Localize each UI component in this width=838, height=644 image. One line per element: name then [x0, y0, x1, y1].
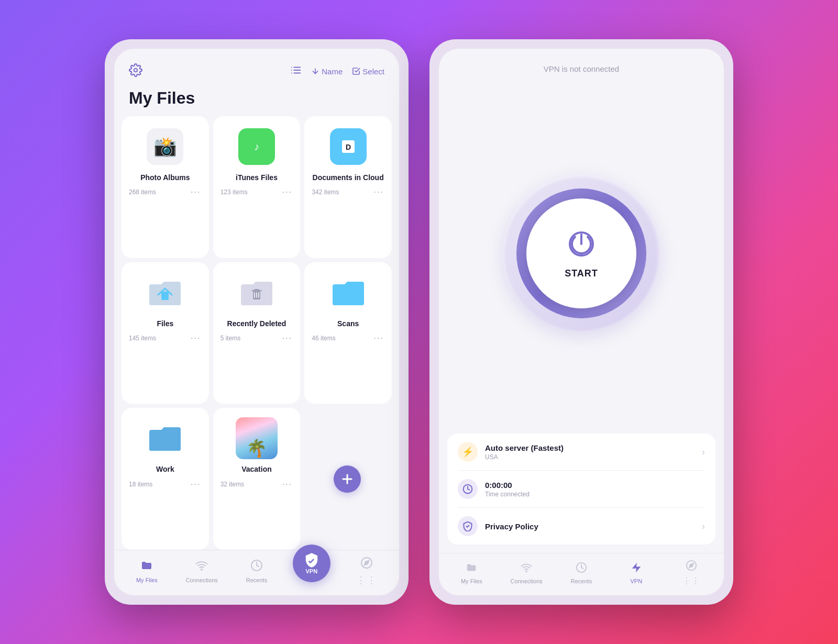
work-more[interactable]: ··· — [190, 479, 202, 490]
vpn-circle-wrap: START — [439, 84, 724, 434]
vpn-outer-ring: START — [503, 175, 660, 332]
file-card-itunes[interactable]: ♪ iTunes Files 123 items ··· — [213, 116, 301, 258]
recently-deleted-count: 5 items — [220, 335, 241, 342]
right-phone: VPN is not connected STA — [429, 39, 733, 605]
vpn-more-dots[interactable]: ⋮⋮ — [682, 576, 700, 586]
vpn-start-button[interactable]: START — [526, 198, 636, 308]
docs-cloud-icon-wrap: D — [327, 126, 369, 168]
vpn-info-privacy[interactable]: Privacy Policy › — [458, 508, 705, 545]
nav-item-connections[interactable]: Connections — [174, 559, 229, 583]
svg-rect-14 — [161, 292, 169, 300]
svg-rect-23 — [149, 433, 181, 451]
files-count: 145 items — [129, 335, 156, 342]
scans-count: 46 items — [312, 335, 335, 342]
folder-trash-icon — [238, 277, 275, 308]
vacation-more[interactable]: ··· — [281, 479, 293, 490]
nav-item-my-files[interactable]: My Files — [119, 559, 174, 583]
time-icon — [458, 479, 478, 499]
auto-server-sub: USA — [485, 453, 702, 461]
file-card-recently-deleted[interactable]: Recently Deleted 5 items ··· — [213, 262, 301, 404]
work-count: 18 items — [129, 481, 152, 488]
svg-point-33 — [526, 571, 527, 572]
add-button[interactable] — [334, 465, 361, 493]
page-title: My Files — [114, 84, 399, 116]
privacy-title: Privacy Policy — [485, 522, 702, 531]
scans-more[interactable]: ··· — [373, 332, 384, 344]
vpn-nav-label-myfiles: My Files — [461, 578, 482, 584]
vpn-nav-label-recents: Recents — [571, 578, 592, 584]
photo-albums-more[interactable]: ··· — [190, 186, 202, 198]
docs-cloud-count: 342 items — [312, 188, 339, 196]
vpn-nav-connections[interactable]: Connections — [499, 562, 554, 584]
wifi-nav-icon — [195, 559, 208, 575]
files-more[interactable]: ··· — [190, 332, 202, 344]
folder-nav-icon — [140, 559, 153, 575]
right-phone-inner: VPN is not connected STA — [439, 49, 724, 595]
left-bottom-nav: My Files Connections — [114, 550, 399, 595]
recently-deleted-more[interactable]: ··· — [281, 332, 293, 344]
nav-item-more[interactable]: ⋮⋮ — [339, 557, 394, 586]
vpn-info-list: ⚡ Auto server (Fastest) USA › — [447, 434, 715, 545]
scans-icon-wrap — [327, 272, 369, 314]
vpn-nav-my-files[interactable]: My Files — [444, 562, 499, 584]
vpn-start-label: START — [565, 268, 598, 279]
file-card-scans[interactable]: Scans 46 items ··· — [304, 262, 392, 404]
nav-label-my-files: My Files — [136, 577, 158, 583]
photo-albums-icon: 📸 — [144, 126, 186, 168]
file-card-vacation[interactable]: 🌴 Vacation 32 items ··· — [213, 408, 301, 550]
vpn-fab-container: VPN — [284, 560, 339, 582]
vpn-compass-icon — [686, 560, 697, 574]
vpn-wifi-icon — [521, 562, 532, 576]
files-name: Files — [157, 319, 173, 328]
recently-deleted-name: Recently Deleted — [227, 319, 286, 328]
photo-icon: 📸 — [147, 128, 183, 165]
svg-text:♪: ♪ — [254, 141, 259, 152]
scans-meta: 46 items ··· — [312, 332, 384, 344]
more-dots[interactable]: ⋮⋮ — [356, 574, 377, 586]
itunes-icon: ♪ — [238, 128, 275, 165]
vpn-clock-icon — [576, 562, 587, 576]
folder-work-icon — [147, 423, 183, 454]
file-card-work[interactable]: Work 18 items ··· — [122, 408, 209, 550]
vpn-info-time[interactable]: 0:00:00 Time connected — [458, 471, 705, 508]
scans-name: Scans — [337, 319, 359, 328]
sort-name-button[interactable]: Name — [311, 67, 343, 76]
vpn-info-auto-server[interactable]: ⚡ Auto server (Fastest) USA › — [458, 434, 705, 471]
svg-marker-37 — [689, 563, 693, 568]
vacation-name: Vacation — [241, 464, 272, 474]
sort-label: Name — [322, 67, 343, 76]
select-button[interactable]: Select — [352, 67, 384, 76]
gear-icon[interactable] — [129, 63, 142, 79]
photo-albums-meta: 268 items ··· — [129, 186, 202, 198]
file-card-docs-cloud[interactable]: D Documents in Cloud 342 items ··· — [304, 116, 392, 258]
privacy-chevron: › — [702, 521, 705, 532]
vpn-nav-compass[interactable]: ⋮⋮ — [664, 560, 719, 586]
vpn-nav-recents[interactable]: Recents — [554, 562, 609, 584]
itunes-icon-wrap: ♪ — [236, 126, 278, 168]
svg-point-26 — [201, 569, 202, 570]
list-icon[interactable] — [290, 64, 302, 78]
files-screen: Name Select My Files 📸 — [114, 49, 399, 595]
vpn-fab-button[interactable]: VPN — [293, 545, 330, 582]
file-card-files[interactable]: Files 145 items ··· — [122, 262, 209, 404]
work-icon-wrap — [144, 417, 186, 459]
nav-label-connections: Connections — [186, 577, 218, 583]
auto-server-title: Auto server (Fastest) — [485, 443, 702, 452]
clock-nav-icon — [250, 559, 263, 575]
itunes-count: 123 items — [220, 188, 248, 196]
file-card-photo-albums[interactable]: 📸 Photo Albums 268 items ··· — [122, 116, 209, 258]
time-title: 0:00:00 — [485, 481, 705, 490]
vpn-middle-ring: START — [516, 188, 646, 318]
docs-cloud-more[interactable]: ··· — [373, 186, 384, 198]
nav-item-recents[interactable]: Recents — [229, 559, 284, 583]
vpn-nav-vpn[interactable]: VPN — [609, 562, 664, 584]
work-meta: 18 items ··· — [129, 479, 202, 490]
files-grid: 📸 Photo Albums 268 items ··· ♪ — [114, 116, 399, 550]
svg-text:D: D — [346, 143, 351, 151]
work-name: Work — [156, 464, 174, 474]
left-phone: Name Select My Files 📸 — [105, 39, 409, 605]
privacy-text: Privacy Policy — [485, 522, 702, 531]
docs-cloud-meta: 342 items ··· — [312, 186, 384, 198]
svg-marker-35 — [632, 562, 641, 572]
itunes-more[interactable]: ··· — [281, 186, 293, 198]
